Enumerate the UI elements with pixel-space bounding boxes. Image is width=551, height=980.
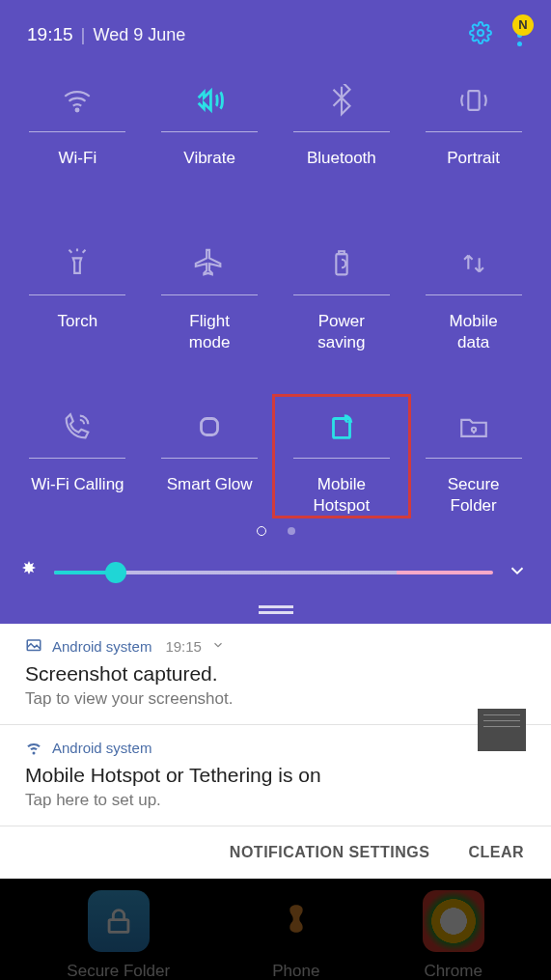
tile-wi-fi-calling[interactable]: Wi-Fi Calling bbox=[12, 404, 144, 517]
notif-time: 19:15 bbox=[165, 638, 202, 655]
page-indicator[interactable] bbox=[0, 526, 551, 536]
tile-portrait[interactable]: Portrait bbox=[407, 77, 539, 190]
tile-label: Mobile data bbox=[450, 311, 498, 353]
flight-icon bbox=[193, 240, 226, 287]
tile-label: Secure Folder bbox=[448, 474, 500, 517]
wi-fi-icon bbox=[61, 77, 94, 124]
torch-icon bbox=[61, 240, 94, 287]
notification-screenshot[interactable]: Android system 19:15 Screenshot captured… bbox=[0, 624, 551, 725]
wifi-icon bbox=[25, 739, 42, 756]
quick-settings-panel: 19:15 | Wed 9 June N Wi-FiVibrateBluetoo… bbox=[0, 0, 551, 624]
notification-settings-button[interactable]: NOTIFICATION SETTINGS bbox=[230, 844, 430, 861]
notif-action-bar: NOTIFICATION SETTINGS CLEAR bbox=[0, 826, 551, 879]
tile-label: Wi-Fi bbox=[59, 148, 97, 190]
screenshot-thumbnail[interactable] bbox=[478, 709, 526, 751]
notif-app-name: Android system bbox=[52, 638, 152, 655]
user-avatar: N bbox=[512, 14, 534, 36]
tile-mobile-hotspot[interactable]: Mobile Hotspot bbox=[276, 404, 408, 517]
app-secure-folder[interactable]: Secure Folder bbox=[67, 890, 170, 980]
portrait-icon bbox=[457, 77, 490, 124]
tile-smart-glow[interactable]: Smart Glow bbox=[144, 404, 276, 517]
tile-label: Flight mode bbox=[189, 311, 231, 353]
phone-icon bbox=[265, 890, 327, 952]
vibrate-icon bbox=[193, 77, 226, 124]
bluetooth-icon bbox=[325, 77, 358, 124]
notif-subtitle: Tap to view your screenshot. bbox=[25, 689, 530, 709]
tile-bluetooth[interactable]: Bluetooth bbox=[276, 77, 408, 190]
notification-list: Android system 19:15 Screenshot captured… bbox=[0, 624, 551, 879]
svg-point-0 bbox=[478, 30, 483, 36]
mobile-icon bbox=[457, 240, 490, 287]
power-icon bbox=[325, 240, 358, 287]
tile-label: Portrait bbox=[447, 148, 500, 190]
tile-vibrate[interactable]: Vibrate bbox=[144, 77, 276, 190]
page-dot-1[interactable] bbox=[257, 526, 266, 536]
status-bar: 19:15 | Wed 9 June N bbox=[0, 0, 551, 58]
page-dot-2[interactable] bbox=[288, 527, 295, 535]
tile-label: Mobile Hotspot bbox=[314, 474, 371, 517]
tile-label: Bluetooth bbox=[307, 148, 376, 190]
notification-hotspot[interactable]: Android system Mobile Hotspot or Tetheri… bbox=[0, 725, 551, 826]
status-datetime: 19:15 | Wed 9 June bbox=[27, 24, 185, 45]
svg-rect-9 bbox=[109, 920, 128, 933]
secure-folder-icon bbox=[88, 890, 150, 952]
tile-label: Torch bbox=[58, 311, 98, 353]
notif-title: Mobile Hotspot or Tethering is on bbox=[25, 764, 530, 787]
tile-torch[interactable]: Torch bbox=[12, 240, 144, 353]
tile-label: Smart Glow bbox=[167, 474, 253, 517]
tile-label: Wi-Fi Calling bbox=[31, 474, 124, 517]
mobile-icon bbox=[325, 404, 358, 450]
home-dock: Secure Folder Phone Chrome bbox=[0, 879, 551, 980]
svg-rect-2 bbox=[468, 91, 479, 110]
brightness-thumb[interactable] bbox=[105, 562, 126, 583]
tile-secure-folder[interactable]: Secure Folder bbox=[407, 404, 539, 517]
tile-flight-mode[interactable]: Flight mode bbox=[144, 240, 276, 353]
svg-rect-5 bbox=[202, 419, 218, 435]
tile-label: Power saving bbox=[317, 311, 365, 353]
tile-power-saving[interactable]: Power saving bbox=[276, 240, 408, 353]
notif-app-name: Android system bbox=[52, 740, 152, 756]
notif-subtitle: Tap here to set up. bbox=[25, 791, 530, 810]
chrome-icon bbox=[423, 890, 484, 952]
svg-point-1 bbox=[76, 109, 79, 112]
secure-icon bbox=[457, 404, 490, 450]
brightness-slider[interactable] bbox=[54, 571, 493, 574]
svg-rect-4 bbox=[339, 251, 344, 254]
quick-tiles-grid: Wi-FiVibrateBluetoothPortraitTorchFlight… bbox=[0, 58, 551, 517]
settings-gear-icon[interactable] bbox=[469, 21, 492, 48]
app-phone[interactable]: Phone bbox=[265, 890, 327, 980]
user-menu[interactable]: N bbox=[517, 24, 524, 46]
tile-label: Vibrate bbox=[183, 148, 235, 190]
brightness-slider-row bbox=[0, 553, 551, 605]
clear-button[interactable]: CLEAR bbox=[468, 844, 524, 861]
panel-drag-handle[interactable] bbox=[0, 605, 551, 624]
picture-icon bbox=[25, 637, 42, 655]
app-chrome[interactable]: Chrome bbox=[423, 890, 484, 980]
tile-mobile-data[interactable]: Mobile data bbox=[407, 240, 539, 353]
brightness-expand-icon[interactable] bbox=[507, 560, 528, 585]
tile-wi-fi[interactable]: Wi-Fi bbox=[12, 77, 144, 190]
smart-glow-icon bbox=[193, 404, 226, 450]
date: Wed 9 June bbox=[93, 25, 185, 45]
clock: 19:15 bbox=[27, 24, 73, 45]
chevron-down-icon[interactable] bbox=[211, 638, 225, 655]
wi-fi-calling-icon bbox=[61, 404, 94, 450]
brightness-icon bbox=[17, 559, 41, 586]
notif-title: Screenshot captured. bbox=[25, 662, 530, 686]
